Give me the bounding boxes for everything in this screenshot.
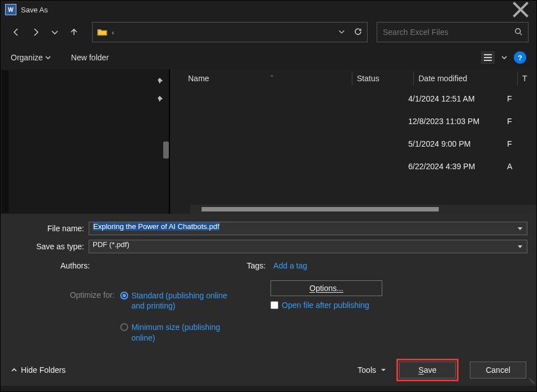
save-as-type-select[interactable]: PDF (*.pdf) bbox=[89, 240, 527, 253]
save-button-highlight: Save bbox=[396, 359, 459, 381]
save-options-panel: File name: Exploring the Power of AI Cha… bbox=[1, 214, 536, 386]
close-button[interactable] bbox=[509, 2, 532, 17]
address-bar[interactable]: ‹ bbox=[92, 22, 368, 42]
up-button[interactable] bbox=[66, 24, 82, 40]
address-dropdown-icon[interactable] bbox=[338, 28, 346, 37]
sort-indicator-icon: ˄ bbox=[270, 74, 274, 83]
file-list-pane: Name˄ Status Date modified T 4/1/2024 12… bbox=[170, 69, 536, 214]
column-headers[interactable]: Name˄ Status Date modified T bbox=[180, 69, 536, 87]
checkbox-icon bbox=[270, 301, 278, 309]
file-date: 12/8/2023 11:03 PM bbox=[408, 117, 507, 126]
add-tag-link[interactable]: Add a tag bbox=[273, 261, 307, 270]
file-row[interactable]: 12/8/2023 11:03 PMF bbox=[180, 110, 536, 133]
pinned-item-2[interactable] bbox=[155, 95, 163, 103]
optimize-for-label: Optimize for: bbox=[58, 290, 115, 299]
column-type[interactable]: T bbox=[522, 74, 534, 83]
titlebar: W Save As bbox=[1, 1, 536, 19]
file-row[interactable]: 6/22/2024 4:39 PMA bbox=[180, 155, 536, 178]
open-file-after-checkbox[interactable]: Open file after publishing bbox=[270, 301, 382, 310]
pinned-item-1[interactable] bbox=[155, 77, 163, 85]
tags-label: Tags: bbox=[247, 261, 265, 270]
address-path: ‹ bbox=[112, 28, 338, 37]
folder-icon bbox=[97, 28, 107, 36]
hide-folders-toggle[interactable]: Hide Folders bbox=[11, 365, 66, 375]
bottom-bar: Hide Folders Tools Save Cancel bbox=[1, 354, 536, 386]
view-dropdown-icon[interactable] bbox=[501, 54, 507, 62]
column-name[interactable]: Name bbox=[188, 74, 209, 83]
refresh-button[interactable] bbox=[353, 27, 363, 38]
file-name-label: File name: bbox=[10, 224, 89, 233]
column-date-modified[interactable]: Date modified bbox=[418, 74, 517, 83]
back-button[interactable] bbox=[8, 24, 24, 40]
file-date: 4/1/2024 12:51 AM bbox=[408, 94, 507, 103]
optimize-standard-radio[interactable]: Standard (publishing online and printing… bbox=[120, 290, 228, 311]
pin-icon bbox=[155, 95, 163, 103]
new-folder-button[interactable]: New folder bbox=[71, 53, 109, 62]
file-pane-left-gutter bbox=[170, 69, 180, 214]
optimize-minimum-radio[interactable]: Minimum size (publishing online) bbox=[120, 322, 228, 342]
recent-locations-dropdown[interactable] bbox=[47, 24, 63, 40]
tools-label: Tools bbox=[357, 365, 376, 375]
window-title: Save As bbox=[21, 6, 48, 14]
forward-button[interactable] bbox=[28, 24, 43, 40]
folder-tree-pane[interactable] bbox=[1, 69, 170, 214]
radio-icon bbox=[120, 323, 128, 331]
explorer-body: Name˄ Status Date modified T 4/1/2024 12… bbox=[1, 69, 536, 214]
navigation-row: ‹ bbox=[1, 19, 536, 46]
optimize-minimum-label: Minimum size (publishing online) bbox=[132, 322, 228, 342]
chevron-up-icon bbox=[11, 367, 18, 373]
file-date: 5/1/2024 9:00 PM bbox=[408, 139, 507, 148]
resize-grip[interactable] bbox=[528, 377, 535, 384]
search-box[interactable] bbox=[377, 22, 529, 42]
file-row[interactable]: 5/1/2024 9:00 PMF bbox=[180, 133, 536, 155]
save-as-type-label: Save as type: bbox=[10, 242, 89, 251]
search-input[interactable] bbox=[383, 28, 514, 37]
svg-point-0 bbox=[516, 28, 521, 33]
save-as-type-value: PDF (*.pdf) bbox=[93, 240, 129, 249]
organize-label: Organize bbox=[11, 53, 43, 62]
file-row[interactable]: 4/1/2024 12:51 AMF bbox=[180, 87, 536, 110]
tools-menu[interactable]: Tools bbox=[357, 365, 386, 375]
horizontal-scrollbar[interactable] bbox=[190, 205, 536, 214]
app-word-icon: W bbox=[5, 4, 16, 15]
pin-icon bbox=[155, 77, 163, 85]
cancel-button[interactable]: Cancel bbox=[470, 362, 526, 378]
save-button[interactable]: Save bbox=[399, 362, 456, 378]
help-button[interactable]: ? bbox=[514, 51, 526, 64]
tree-scrollbar[interactable] bbox=[1, 69, 10, 214]
toolbar: Organize New folder ? bbox=[1, 46, 536, 69]
search-icon bbox=[514, 28, 522, 37]
file-date: 6/22/2024 4:39 PM bbox=[408, 162, 507, 171]
tree-splitter-handle[interactable] bbox=[163, 142, 169, 158]
hide-folders-label: Hide Folders bbox=[21, 365, 66, 375]
view-mode-button[interactable] bbox=[481, 51, 495, 64]
open-file-after-label: Open file after publishing bbox=[282, 301, 369, 310]
options-button[interactable]: Options... bbox=[270, 280, 382, 296]
chevron-down-icon bbox=[381, 367, 386, 373]
organize-menu[interactable]: Organize bbox=[11, 53, 51, 62]
file-name-input[interactable]: Exploring the Power of AI Chatbots.pdf bbox=[89, 222, 527, 235]
file-name-value: Exploring the Power of AI Chatbots.pdf bbox=[93, 222, 220, 231]
column-status[interactable]: Status bbox=[357, 74, 413, 83]
file-rows: 4/1/2024 12:51 AMF 12/8/2023 11:03 PMF 5… bbox=[180, 87, 536, 178]
optimize-standard-label: Standard (publishing online and printing… bbox=[132, 290, 228, 311]
scrollbar-thumb[interactable] bbox=[202, 207, 439, 212]
authors-label[interactable]: Authors: bbox=[60, 261, 247, 270]
radio-icon bbox=[120, 292, 128, 299]
